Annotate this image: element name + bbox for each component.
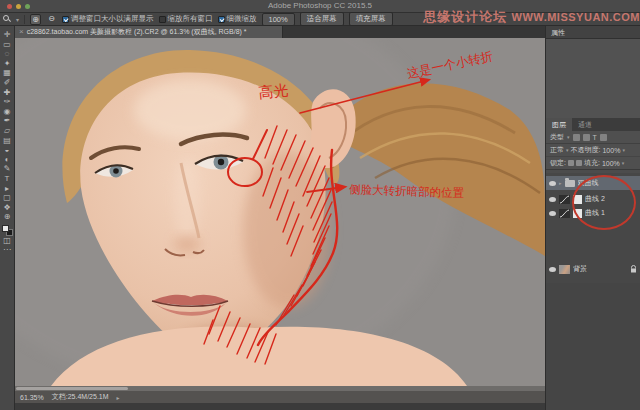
properties-panel-tab[interactable]: 属性 xyxy=(546,26,640,39)
pen-tool[interactable]: ✎ xyxy=(1,164,14,174)
zoom-out-button[interactable]: ⊖ xyxy=(46,14,57,25)
lock-icon xyxy=(630,265,637,274)
opacity-value[interactable]: 100% xyxy=(602,147,620,154)
blend-opacity-row: 正常 ▾ 不透明度: 100% ▾ xyxy=(546,144,640,157)
checkbox-icon xyxy=(218,16,225,23)
highlight-label: 高光 xyxy=(258,81,290,101)
document-tab[interactable]: ×c28862.taobao.com 美颜摄影教程 (2).CR2 @ 61.3… xyxy=(15,26,283,38)
document-tab-label: c28862.taobao.com 美颜摄影教程 (2).CR2 @ 61.3%… xyxy=(27,28,247,35)
layer-filter-row: 类型 ▾ T xyxy=(546,131,640,144)
gradient-tool[interactable]: ▤ xyxy=(1,136,14,146)
filter-type-label[interactable]: 类型 xyxy=(550,132,564,142)
eyedropper-tool[interactable]: ✐ xyxy=(1,78,14,88)
tab-layers[interactable]: 图层 xyxy=(546,118,572,131)
brush-tool[interactable]: ✑ xyxy=(1,97,14,107)
zoom-tool-icon[interactable] xyxy=(3,15,11,23)
eye-icon[interactable] xyxy=(549,197,556,202)
hand-tool[interactable]: ❖ xyxy=(1,203,14,213)
quick-selection-tool[interactable]: ✦ xyxy=(1,59,14,69)
tool-options-bar: ▾ ⊕ ⊖ 调整窗口大小以满屏显示 缩放所有窗口 细微缩放 100% 适合屏幕 … xyxy=(0,13,640,26)
color-swatches[interactable] xyxy=(2,225,13,236)
dodge-tool[interactable]: ◐ xyxy=(1,155,14,165)
curves-thumbnail xyxy=(559,209,570,218)
history-brush-tool[interactable]: ✒ xyxy=(1,116,14,126)
type-tool[interactable]: T xyxy=(1,174,14,184)
status-bar: 61.35% 文档:25.4M/25.1M ▸ xyxy=(15,391,545,403)
eye-icon[interactable] xyxy=(549,181,556,186)
quick-mask-icon[interactable]: ◫ xyxy=(1,236,14,246)
close-tab-icon[interactable]: × xyxy=(19,27,24,36)
blend-mode-select[interactable]: 正常 xyxy=(550,145,564,155)
curves-thumbnail xyxy=(559,195,570,204)
document-tab-bar: ×c28862.taobao.com 美颜摄影教程 (2).CR2 @ 61.3… xyxy=(15,26,545,38)
healing-brush-tool[interactable]: ✚ xyxy=(1,88,14,98)
checkbox-label: 细微缩放 xyxy=(227,14,257,24)
checkbox-label: 缩放所有窗口 xyxy=(168,14,213,24)
marquee-tool[interactable]: ▭ xyxy=(1,40,14,50)
path-selection-tool[interactable]: ▸ xyxy=(1,184,14,194)
status-doc-info: 文档:25.4M/25.1M xyxy=(52,392,109,402)
layers-highlight-ellipse xyxy=(572,175,636,230)
move-tool[interactable]: ✛ xyxy=(1,30,14,40)
photo-portrait: 高光 这是一个小转折 侧脸大转折暗部的位置 xyxy=(15,38,545,386)
lock-fill-row: 锁定: 填充: 100% ▾ xyxy=(546,157,640,170)
fill-value[interactable]: 100% xyxy=(602,160,620,167)
lasso-tool[interactable]: ◌ xyxy=(1,49,14,59)
filter-adjustment-icon[interactable] xyxy=(583,134,590,141)
fill-screen-button[interactable]: 填充屏幕 xyxy=(349,12,393,26)
properties-panel-body xyxy=(546,39,640,118)
chevron-down-icon[interactable]: ▾ xyxy=(567,134,570,140)
blur-tool[interactable]: ◒ xyxy=(1,145,14,155)
screen-mode-icon[interactable]: ⋯ xyxy=(1,245,14,255)
zoom-in-button[interactable]: ⊕ xyxy=(30,14,41,25)
tool-preset-caret-icon[interactable]: ▾ xyxy=(16,16,19,23)
crop-tool[interactable]: ▦ xyxy=(1,68,14,78)
opacity-label: 不透明度: xyxy=(571,145,601,155)
status-zoom-level[interactable]: 61.35% xyxy=(20,394,44,401)
window-title: Adobe Photoshop CC 2015.5 xyxy=(0,1,640,10)
layer-row-background[interactable]: 背景 xyxy=(546,262,640,276)
photoshop-window: Adobe Photoshop CC 2015.5 ▾ ⊕ ⊖ 调整窗口大小以满… xyxy=(0,0,640,410)
checkbox-icon xyxy=(159,16,166,23)
filter-pixel-icon[interactable] xyxy=(573,134,580,141)
zoom-tool[interactable]: ⊕ xyxy=(1,212,14,222)
foreground-color-swatch[interactable] xyxy=(2,225,9,232)
chevron-down-icon: ▾ xyxy=(566,147,569,153)
scrubby-zoom-checkbox[interactable]: 细微缩放 xyxy=(218,14,257,24)
scrollbar-thumb[interactable] xyxy=(16,387,128,390)
chevron-right-icon[interactable]: ▸ xyxy=(559,180,562,186)
zoom-all-windows-checkbox[interactable]: 缩放所有窗口 xyxy=(159,14,213,24)
layers-panel-empty-area xyxy=(546,283,640,410)
clone-stamp-tool[interactable]: ◉ xyxy=(1,107,14,117)
divider xyxy=(24,15,25,24)
layer-name: 背景 xyxy=(573,264,587,274)
checkbox-icon xyxy=(62,16,69,23)
chevron-down-icon: ▾ xyxy=(622,147,625,153)
lock-pixels-icon[interactable] xyxy=(568,160,574,166)
filter-type-icon[interactable]: T xyxy=(593,134,597,141)
lock-label: 锁定: xyxy=(550,158,566,168)
chevron-down-icon: ▾ xyxy=(622,160,625,166)
eye-icon[interactable] xyxy=(549,267,556,272)
shape-tool[interactable]: ▢ xyxy=(1,193,14,203)
document-canvas[interactable]: 高光 这是一个小转折 侧脸大转折暗部的位置 xyxy=(15,38,545,386)
checkbox-label: 调整窗口大小以满屏显示 xyxy=(71,14,154,24)
lock-position-icon[interactable] xyxy=(576,160,582,166)
filter-shape-icon[interactable] xyxy=(600,134,607,141)
fit-screen-button[interactable]: 适合屏幕 xyxy=(300,12,344,26)
layers-panel-tabs: 图层 通道 xyxy=(546,118,640,131)
status-chevron-icon[interactable]: ▸ xyxy=(117,394,120,401)
resize-windows-checkbox[interactable]: 调整窗口大小以满屏显示 xyxy=(62,14,154,24)
eraser-tool[interactable]: ▱ xyxy=(1,126,14,136)
photo-thumbnail xyxy=(559,265,570,274)
tab-channels[interactable]: 通道 xyxy=(572,118,598,131)
fill-label: 填充: xyxy=(584,158,600,168)
eye-icon[interactable] xyxy=(549,211,556,216)
zoom-100-button[interactable]: 100% xyxy=(262,13,295,26)
group-folder-icon xyxy=(565,180,575,187)
tools-panel: ✛ ▭ ◌ ✦ ▦ ✐ ✚ ✑ ◉ ✒ ▱ ▤ ◒ ◐ ✎ T ▸ ▢ ❖ ⊕ … xyxy=(0,26,15,410)
